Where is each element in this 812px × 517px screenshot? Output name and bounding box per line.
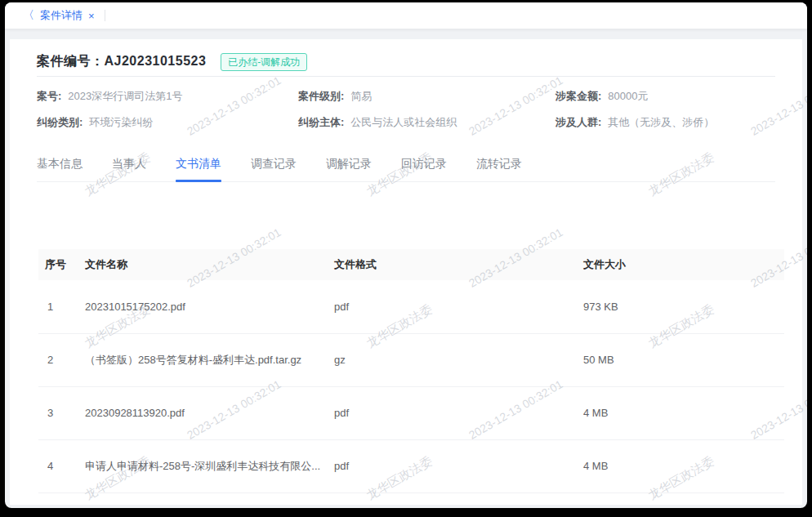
info-field-5: 涉及人群:其他（无涉及、涉侨） <box>555 114 775 131</box>
cell-file-format: pdf <box>334 439 583 492</box>
app-window: 〈 案件详情 × 案件编号：AJ20231015523 已办结-调解成功 案号:… <box>0 0 812 517</box>
cell-seq: 3 <box>38 386 85 439</box>
info-field-0: 案号:2023深华行调司法第1号 <box>37 88 298 105</box>
cell-file-size: 4 MB <box>583 386 784 439</box>
case-number-label: 案件编号： <box>37 54 105 68</box>
detail-tabs: 基本信息当事人文书清单调查记录调解记录回访记录流转记录 <box>37 157 775 182</box>
tab-文书清单[interactable]: 文书清单 <box>176 157 221 181</box>
info-value: 其他（无涉及、涉侨） <box>608 116 714 128</box>
info-value: 公民与法人或社会组织 <box>350 116 457 128</box>
column-header-seq: 序号 <box>38 249 85 280</box>
info-label: 纠纷类别: <box>37 116 83 128</box>
cell-file-format: pdf <box>334 386 583 439</box>
info-field-1: 案件级别:简易 <box>298 88 555 105</box>
topbar-divider <box>105 10 105 21</box>
info-label: 案件级别: <box>298 90 344 102</box>
case-detail-card: 案件编号：AJ20231015523 已办结-调解成功 案号:2023深华行调司… <box>10 39 802 505</box>
table-row: 120231015175202.pdfpdf973 KB <box>38 280 784 333</box>
status-badge: 已办结-调解成功 <box>221 53 307 71</box>
cell-file-size: 973 KB <box>583 280 784 333</box>
route-tab-bar: 〈 案件详情 × <box>5 2 807 29</box>
table-row: 320230928113920.pdfpdf4 MB <box>38 386 784 439</box>
cell-file-size: 4 MB <box>583 439 784 492</box>
cell-file-size: 50 MB <box>583 333 784 386</box>
info-value: 80000元 <box>608 90 648 102</box>
cell-seq: 4 <box>38 439 85 492</box>
info-value: 环境污染纠纷 <box>89 116 153 128</box>
info-field-2: 涉案金额:80000元 <box>555 88 775 105</box>
page: 〈 案件详情 × 案件编号：AJ20231015523 已办结-调解成功 案号:… <box>5 2 807 508</box>
case-number-title: 案件编号：AJ20231015523 <box>37 53 206 70</box>
info-label: 案号: <box>37 90 61 102</box>
case-number-value: AJ20231015523 <box>105 54 207 68</box>
info-field-3: 纠纷类别:环境污染纠纷 <box>37 114 298 131</box>
info-label: 涉及人群: <box>555 116 601 128</box>
column-header-size: 文件大小 <box>583 249 784 280</box>
table-header: 序号 文件名称 文件格式 文件大小 <box>38 249 784 280</box>
case-info-grid: 案号:2023深华行调司法第1号案件级别:简易涉案金额:80000元纠纷类别:环… <box>37 88 775 131</box>
tab-基本信息[interactable]: 基本信息 <box>37 157 83 181</box>
info-value: 2023深华行调司法第1号 <box>68 90 182 102</box>
cell-file-name: 20231015175202.pdf <box>85 280 334 333</box>
header-divider <box>37 76 775 77</box>
column-header-name: 文件名称 <box>85 249 334 280</box>
tab-回访记录[interactable]: 回访记录 <box>401 157 447 181</box>
tab-流转记录[interactable]: 流转记录 <box>476 157 522 181</box>
info-label: 涉案金额: <box>555 90 601 102</box>
table-row: 2（书签版）258号答复材料-盛利丰达.pdf.tar.gzgz50 MB <box>38 333 784 386</box>
cell-file-format: gz <box>334 333 583 386</box>
close-tab-icon[interactable]: × <box>88 10 95 22</box>
back-chevron-icon[interactable]: 〈 <box>23 8 34 23</box>
tab-调解记录[interactable]: 调解记录 <box>326 157 372 181</box>
tab-调查记录[interactable]: 调查记录 <box>251 157 297 181</box>
case-header: 案件编号：AJ20231015523 已办结-调解成功 <box>37 39 775 72</box>
cell-file-format: pdf <box>334 280 583 333</box>
route-tab-label[interactable]: 案件详情 <box>40 8 83 23</box>
cell-seq: 2 <box>38 333 85 386</box>
cell-seq: 1 <box>38 280 85 333</box>
column-header-format: 文件格式 <box>334 249 583 280</box>
info-value: 简易 <box>350 90 372 102</box>
info-field-4: 纠纷主体:公民与法人或社会组织 <box>298 114 555 131</box>
tab-当事人[interactable]: 当事人 <box>112 157 146 181</box>
cell-file-name: 申请人申请材料-258号-深圳盛利丰达科技有限公... <box>85 439 334 492</box>
document-table: 序号 文件名称 文件格式 文件大小 120231015175202.pdfpdf… <box>38 249 784 493</box>
table-row: 4申请人申请材料-258号-深圳盛利丰达科技有限公...pdf4 MB <box>38 439 784 492</box>
cell-file-name: 20230928113920.pdf <box>85 386 334 439</box>
cell-file-name: （书签版）258号答复材料-盛利丰达.pdf.tar.gz <box>85 333 334 386</box>
info-label: 纠纷主体: <box>298 116 344 128</box>
